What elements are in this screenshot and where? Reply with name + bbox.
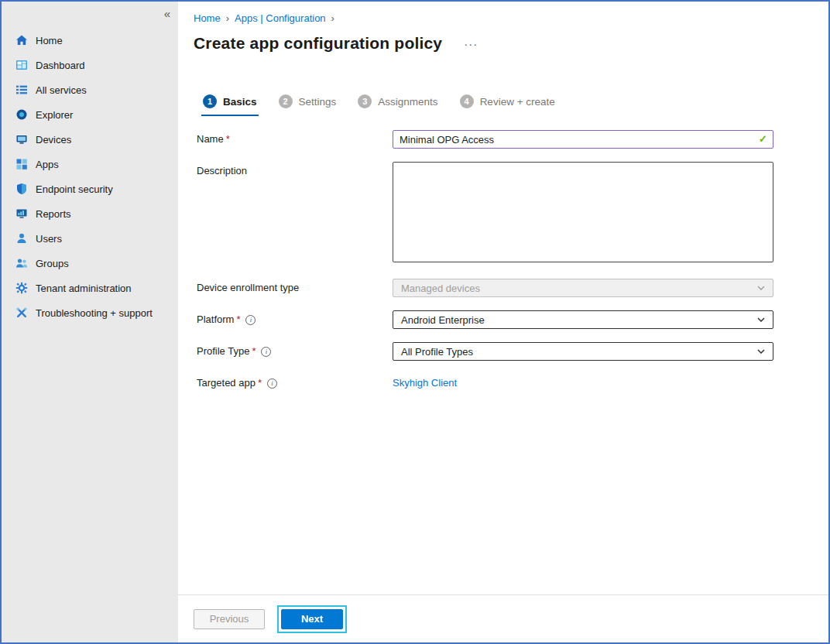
required-asterisk: * xyxy=(258,377,262,389)
endpoint-security-icon xyxy=(15,183,28,195)
sidebar-item-home[interactable]: Home xyxy=(2,28,178,53)
footer-bar: Previous Next xyxy=(178,594,828,642)
next-button-highlight: Next xyxy=(277,605,347,633)
sidebar-item-label: Home xyxy=(36,35,63,46)
profile-type-label: Profile Type*i xyxy=(197,342,393,357)
sidebar-item-label: Tenant administration xyxy=(36,283,132,294)
all-services-icon xyxy=(15,84,28,96)
info-icon[interactable]: i xyxy=(245,315,256,325)
step-number-badge: 3 xyxy=(358,94,372,108)
sidebar-item-users[interactable]: Users xyxy=(2,226,178,251)
device-enrollment-type-label: Device enrollment type xyxy=(197,279,393,293)
home-icon xyxy=(15,34,28,46)
sidebar-item-label: Users xyxy=(36,233,62,245)
dashboard-icon xyxy=(15,59,28,71)
tab-review-create[interactable]: 4 Review + create xyxy=(458,94,557,116)
sidebar-item-apps[interactable]: Apps xyxy=(2,152,178,176)
name-input[interactable] xyxy=(393,130,773,149)
sidebar-item-label: Troubleshooting + support xyxy=(36,307,153,319)
description-textarea[interactable] xyxy=(393,162,773,262)
profile-type-dropdown[interactable]: All Profile Types xyxy=(393,342,773,361)
tenant-admin-icon xyxy=(15,282,28,294)
description-label: Description xyxy=(197,162,393,176)
previous-button[interactable]: Previous xyxy=(194,609,265,629)
info-icon[interactable]: i xyxy=(261,347,271,357)
users-icon xyxy=(15,232,28,245)
sidebar-item-label: Explorer xyxy=(36,109,73,121)
step-label: Settings xyxy=(299,96,337,108)
required-asterisk: * xyxy=(252,345,256,357)
sidebar-item-tenant-administration[interactable]: Tenant administration xyxy=(2,276,178,300)
targeted-app-link[interactable]: Skyhigh Client xyxy=(393,374,457,389)
sidebar-collapse-icon[interactable]: « xyxy=(164,8,170,19)
step-number-badge: 1 xyxy=(203,94,217,108)
sidebar-item-label: All services xyxy=(36,84,87,96)
device-enrollment-type-dropdown: Managed devices xyxy=(393,279,773,297)
title-row: Create app configuration policy ··· xyxy=(194,34,828,53)
platform-row: Platform*i Android Enterprise xyxy=(197,310,828,329)
step-label: Basics xyxy=(223,96,257,108)
description-row: Description xyxy=(197,162,828,265)
sidebar-item-dashboard[interactable]: Dashboard xyxy=(2,53,178,77)
main-panel: Home›Apps | Configuration› Create app co… xyxy=(178,2,828,642)
targeted-app-label: Targeted app*i xyxy=(197,374,393,389)
sidebar-item-label: Endpoint security xyxy=(36,183,113,195)
breadcrumb-separator: › xyxy=(331,12,334,24)
platform-dropdown[interactable]: Android Enterprise xyxy=(393,310,773,329)
device-enrollment-type-value: Managed devices xyxy=(401,283,480,294)
apps-icon xyxy=(15,158,28,170)
targeted-app-row: Targeted app*i Skyhigh Client xyxy=(197,374,828,389)
chevron-down-icon xyxy=(757,286,765,290)
devices-icon xyxy=(15,133,28,146)
step-number-badge: 2 xyxy=(279,94,293,108)
tab-basics[interactable]: 1 Basics xyxy=(201,94,259,116)
sidebar-item-label: Devices xyxy=(36,134,71,146)
sidebar-item-groups[interactable]: Groups xyxy=(2,251,178,276)
groups-icon xyxy=(15,257,28,269)
app-window: « Home Dashboard All services Explorer D… xyxy=(0,0,830,644)
required-asterisk: * xyxy=(236,313,240,325)
sidebar-item-label: Apps xyxy=(36,159,59,170)
sidebar-item-devices[interactable]: Devices xyxy=(2,127,178,152)
more-options-icon[interactable]: ··· xyxy=(464,37,478,50)
platform-label: Platform*i xyxy=(197,310,393,325)
page-title: Create app configuration policy xyxy=(194,34,442,53)
explorer-icon xyxy=(15,108,28,121)
next-button[interactable]: Next xyxy=(281,609,343,629)
sidebar-item-label: Groups xyxy=(36,258,69,269)
name-row: Name* ✓ xyxy=(197,130,828,149)
chevron-down-icon xyxy=(757,349,765,354)
troubleshooting-icon xyxy=(15,307,28,319)
step-label: Review + create xyxy=(480,96,555,108)
reports-icon xyxy=(15,207,28,220)
breadcrumb-apps-configuration-link[interactable]: Apps | Configuration xyxy=(235,12,326,24)
device-enrollment-type-row: Device enrollment type Managed devices xyxy=(197,279,828,297)
tab-assignments[interactable]: 3 Assignments xyxy=(356,94,439,116)
profile-type-value: All Profile Types xyxy=(401,346,473,358)
step-number-badge: 4 xyxy=(460,94,474,108)
sidebar-item-reports[interactable]: Reports xyxy=(2,201,178,226)
sidebar-item-all-services[interactable]: All services xyxy=(2,77,178,102)
tab-settings[interactable]: 2 Settings xyxy=(277,94,338,116)
wizard-steps: 1 Basics 2 Settings 3 Assignments 4 Revi… xyxy=(201,94,828,116)
sidebar-item-troubleshooting-support[interactable]: Troubleshooting + support xyxy=(2,300,178,325)
step-label: Assignments xyxy=(378,96,437,108)
sidebar: « Home Dashboard All services Explorer D… xyxy=(2,2,178,642)
name-label: Name* xyxy=(197,130,393,145)
info-icon[interactable]: i xyxy=(267,379,277,389)
chevron-down-icon xyxy=(757,317,765,322)
breadcrumb-separator: › xyxy=(226,12,229,24)
valid-check-icon: ✓ xyxy=(759,133,767,145)
sidebar-item-endpoint-security[interactable]: Endpoint security xyxy=(2,176,178,201)
sidebar-item-explorer[interactable]: Explorer xyxy=(2,102,178,127)
sidebar-item-label: Dashboard xyxy=(36,60,85,71)
platform-value: Android Enterprise xyxy=(401,314,485,326)
required-asterisk: * xyxy=(226,133,230,145)
sidebar-nav: Home Dashboard All services Explorer Dev… xyxy=(2,28,178,325)
profile-type-row: Profile Type*i All Profile Types xyxy=(197,342,828,361)
sidebar-item-label: Reports xyxy=(36,208,71,220)
breadcrumb-home-link[interactable]: Home xyxy=(194,12,221,24)
basics-form: Name* ✓ Description Device enrol xyxy=(197,130,828,389)
breadcrumb: Home›Apps | Configuration› xyxy=(194,12,828,25)
